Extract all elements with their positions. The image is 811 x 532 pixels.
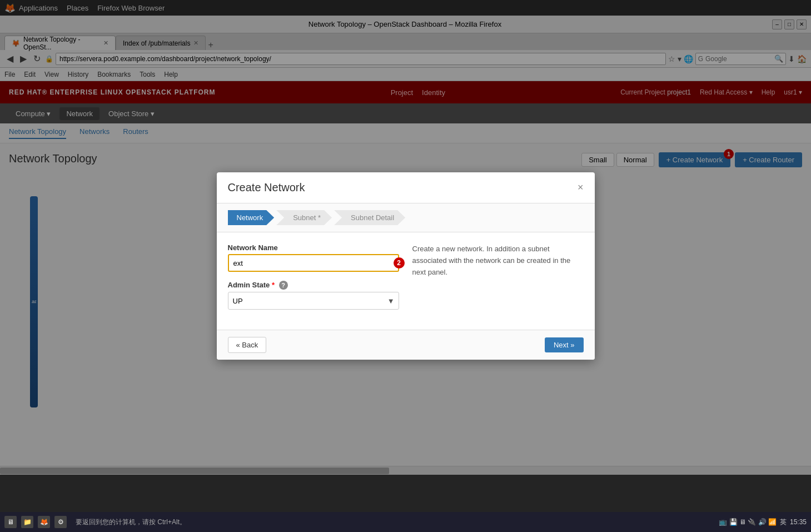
taskbar: 🖥 📁 🦊 ⚙ 要返回到您的计算机，请按 Ctrl+Alt。 📺 💾 🖥 🔌 🔊… — [0, 512, 811, 532]
wizard-step-network[interactable]: Network — [228, 210, 275, 225]
taskbar-time: 15:35 — [790, 518, 807, 526]
network-name-wrapper: ext 2 — [228, 254, 399, 272]
next-button[interactable]: Next » — [545, 337, 584, 352]
modal-info: Create a new network. In addition a subn… — [412, 243, 584, 319]
wizard-steps: Network Subnet * Subnet Detail — [217, 203, 595, 232]
network-name-badge: 2 — [394, 257, 405, 269]
taskbar-icon-1[interactable]: 🖥 — [4, 516, 17, 528]
network-name-group: Network Name ext 2 — [228, 243, 399, 272]
taskbar-icon-4[interactable]: ⚙ — [54, 516, 67, 528]
create-network-modal: Create Network × Network Subnet * Subnet… — [217, 172, 595, 360]
taskbar-right: 📺 💾 🖥 🔌 🔊 📶 英 15:35 — [719, 518, 807, 527]
taskbar-icons-right: 📺 💾 🖥 🔌 🔊 📶 — [719, 518, 777, 526]
status-message: 要返回到您的计算机，请按 Ctrl+Alt。 — [76, 518, 186, 527]
modal-overlay: Create Network × Network Subnet * Subnet… — [0, 0, 811, 532]
modal-title: Create Network — [228, 181, 305, 194]
modal-form: Network Name ext 2 Admin State * ? — [228, 243, 399, 319]
modal-info-text: Create a new network. In addition a subn… — [412, 243, 584, 278]
taskbar-icon-3[interactable]: 🦊 — [38, 516, 50, 528]
admin-state-group: Admin State * ? UP DOWN ▼ — [228, 281, 399, 310]
taskbar-lang: 英 — [780, 518, 787, 527]
modal-body: Network Name ext 2 Admin State * ? — [217, 232, 595, 330]
back-button[interactable]: « Back — [228, 337, 267, 353]
modal-close-button[interactable]: × — [578, 182, 584, 193]
admin-state-label: Admin State * ? — [228, 281, 399, 290]
network-name-label: Network Name — [228, 243, 399, 252]
modal-footer: « Back Next » — [217, 330, 595, 360]
admin-state-select[interactable]: UP DOWN — [228, 292, 399, 310]
wizard-step-subnet-detail[interactable]: Subnet Detail — [334, 210, 405, 225]
modal-header: Create Network × — [217, 172, 595, 203]
admin-state-help-icon[interactable]: ? — [279, 281, 288, 290]
admin-state-required: * — [272, 281, 275, 289]
network-name-input[interactable]: ext — [228, 254, 399, 272]
taskbar-left: 🖥 📁 🦊 ⚙ 要返回到您的计算机，请按 Ctrl+Alt。 — [4, 516, 186, 528]
taskbar-icon-2[interactable]: 📁 — [21, 516, 33, 528]
wizard-step-subnet[interactable]: Subnet * — [276, 210, 332, 225]
admin-state-select-wrapper: UP DOWN ▼ — [228, 292, 399, 310]
